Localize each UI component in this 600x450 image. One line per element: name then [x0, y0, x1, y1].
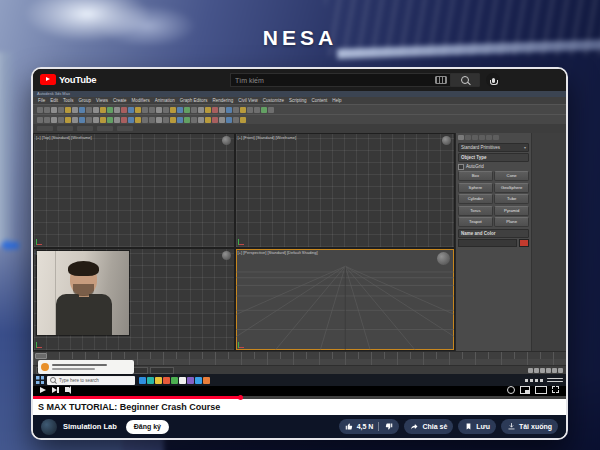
play-icon[interactable]	[40, 387, 46, 393]
viewcube-icon	[222, 136, 231, 145]
toolbar-icon	[72, 117, 78, 123]
autogrid-label: AutoGrid	[466, 164, 484, 169]
toolbar-icon	[219, 117, 225, 123]
toolbar-icon	[121, 117, 127, 123]
viewport-top-label: [+] [Top] [Standard] [Wireframe]	[36, 135, 92, 140]
primitive-button-pyramid: Pyramid	[494, 206, 529, 216]
blue-arrow-sign	[0, 238, 22, 252]
ribbon-tab	[57, 126, 73, 131]
toolbar-icon	[226, 107, 232, 113]
taskbar-app-icon	[155, 377, 162, 384]
share-button[interactable]: Chia sẻ	[404, 419, 453, 434]
menu-item: Help	[332, 98, 341, 103]
save-label: Lưu	[476, 423, 490, 430]
viewport-nav-icon	[552, 368, 557, 373]
keyboard-icon[interactable]	[435, 76, 447, 84]
axis-gizmo-icon	[36, 342, 42, 348]
search-box	[230, 73, 450, 87]
toolbar-icon	[254, 107, 260, 113]
like-count: 4,5 N	[357, 423, 374, 430]
menu-item: Animation	[155, 98, 175, 103]
menu-item: File	[38, 98, 45, 103]
primitive-button-tube: Tube	[494, 194, 529, 204]
toolbar-icon	[79, 107, 85, 113]
toolbar-icon	[156, 107, 162, 113]
like-dislike-pill[interactable]: 4,5 N	[339, 419, 400, 434]
channel-avatar[interactable]	[41, 419, 57, 435]
toolbar-icon	[149, 107, 155, 113]
youtube-logo[interactable]: YouTube	[40, 74, 96, 85]
channel-name[interactable]: Simulation Lab	[63, 422, 117, 431]
save-button[interactable]: Lưu	[458, 419, 496, 434]
settings-gear-icon[interactable]	[507, 386, 515, 394]
3dsmax-main-toolbar	[33, 104, 566, 114]
video-progress-bar[interactable]	[33, 396, 566, 399]
toolbar-icon	[100, 107, 106, 113]
webcam-overlay	[37, 251, 129, 335]
name-color-rollout: Name and Color	[458, 229, 529, 238]
theater-mode-icon[interactable]	[535, 386, 547, 394]
fullscreen-icon[interactable]	[552, 386, 559, 393]
toolbar-icon	[233, 107, 239, 113]
viewport-nav-icon	[540, 368, 545, 373]
subscribe-button[interactable]: Đăng ký	[126, 420, 169, 434]
menu-item: Content	[312, 98, 328, 103]
video-player[interactable]: Autodesk 3ds Max File Edit Tools Group V…	[33, 91, 566, 399]
timeline-slider	[33, 351, 566, 359]
menu-item: Civil View	[238, 98, 257, 103]
miniplayer-icon[interactable]	[520, 386, 530, 394]
toolbar-icon	[44, 107, 50, 113]
toolbar-icon	[135, 117, 141, 123]
youtube-play-icon	[40, 74, 56, 85]
primitive-button-plane: Plane	[494, 217, 529, 227]
viewport-front-label: [+] [Front] [Standard] [Wireframe]	[238, 135, 297, 140]
doorway-light	[0, 52, 16, 247]
menu-item: Edit	[50, 98, 58, 103]
menu-item: Customize	[263, 98, 284, 103]
toolbar-icon	[107, 107, 113, 113]
primitive-button-teapot: Teapot	[458, 217, 493, 227]
toolbar-icon	[212, 117, 218, 123]
viewport-perspective-label: [+] [Perspective] [Standard] [Default Sh…	[238, 250, 318, 255]
download-button[interactable]: Tải xuống	[501, 419, 558, 434]
toolbar-icon	[142, 107, 148, 113]
toolbar-icon	[58, 117, 64, 123]
autogrid-checkbox	[458, 164, 464, 170]
command-panel-tabs	[458, 134, 529, 141]
volume-icon[interactable]	[65, 387, 69, 392]
taskbar-app-icon	[179, 377, 186, 384]
toolbar-icon	[37, 107, 43, 113]
3dsmax-screen-capture: Autodesk 3ds Max File Edit Tools Group V…	[33, 91, 566, 386]
3dsmax-menubar: File Edit Tools Group Views Create Modif…	[33, 97, 566, 104]
thumbs-down-icon[interactable]	[384, 422, 393, 431]
search-button[interactable]	[450, 73, 480, 87]
3dsmax-second-toolbar	[33, 114, 566, 124]
viewport-nav-icon	[546, 368, 551, 373]
search-input[interactable]	[231, 77, 435, 84]
viewport-nav-icon	[534, 368, 539, 373]
toolbar-icon	[240, 107, 246, 113]
toolbar-icon	[65, 117, 71, 123]
browser-window: YouTube Autodesk 3ds Max File Edit Tools…	[31, 67, 568, 440]
toolbar-icon	[219, 107, 225, 113]
toolbar-icon	[226, 117, 232, 123]
mic-button[interactable]	[486, 73, 500, 87]
primitive-button-torus: Torus	[458, 206, 493, 216]
panel-tab-icon	[493, 135, 499, 140]
menu-item: Views	[96, 98, 108, 103]
next-icon[interactable]	[52, 387, 57, 393]
primitive-buttons: Box Cone Sphere GeoSphere Cylinder Tube …	[458, 171, 529, 227]
system-tray	[525, 378, 563, 383]
autogrid-row: AutoGrid	[458, 164, 529, 170]
axis-gizmo-icon	[238, 342, 244, 348]
panel-tab-icon	[458, 135, 464, 140]
viewport-nav-icons	[527, 368, 563, 373]
toolbar-icon	[268, 107, 274, 113]
channel-row: Simulation Lab Đăng ký 4,5 N Chia sẻ Lưu…	[33, 415, 566, 438]
taskbar-app-icon	[195, 377, 202, 384]
menu-item: Graph Editors	[180, 98, 208, 103]
axis-gizmo-icon	[238, 239, 244, 245]
toolbar-icon	[184, 107, 190, 113]
menu-item: Modifiers	[132, 98, 150, 103]
mic-icon	[492, 78, 495, 83]
